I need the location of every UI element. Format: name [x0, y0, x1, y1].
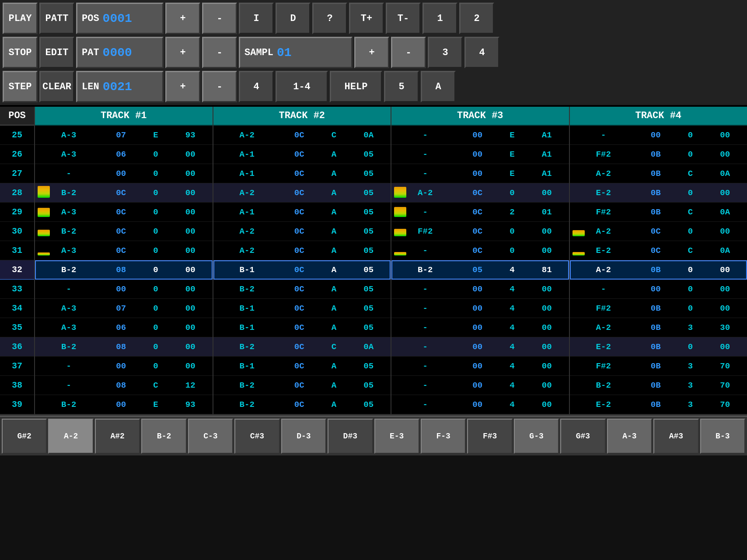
note-cell: E-2: [572, 400, 635, 410]
table-row: F#20B000: [570, 145, 747, 164]
vel-cell: 06: [101, 150, 140, 159]
vel-cell: 00: [458, 361, 497, 371]
vel-cell: 0C: [280, 342, 319, 352]
q-button[interactable]: ?: [312, 3, 347, 34]
piano-key[interactable]: F#3: [467, 419, 512, 454]
piano-key[interactable]: G#2: [2, 419, 47, 454]
table-row: -00400: [391, 299, 569, 318]
toolbar-row-3: STEP CLEAR LEN 0021 + - 4 1-4 HELP 5 A: [0, 70, 747, 107]
piano-key[interactable]: D#3: [328, 419, 373, 454]
pat-minus-button[interactable]: -: [202, 37, 237, 68]
cmd-cell: 3: [677, 400, 704, 410]
table-row: A-20C000: [391, 183, 569, 203]
piano-key[interactable]: G-3: [514, 419, 559, 454]
len-display: LEN 0021: [76, 71, 164, 102]
note-cell: A-3: [38, 246, 100, 256]
piano-key[interactable]: A#2: [95, 419, 140, 454]
note-cell: -: [394, 150, 456, 159]
n3-button[interactable]: 3: [428, 37, 463, 68]
note-cell: B-2: [38, 227, 100, 236]
val-cell: 05: [349, 246, 388, 256]
cmd-cell: 0: [142, 188, 169, 198]
piano-key[interactable]: G#3: [560, 419, 605, 454]
piano-key[interactable]: F-3: [421, 419, 466, 454]
note-cell: -: [394, 323, 456, 332]
val-cell: 70: [705, 381, 744, 390]
pat-plus-button[interactable]: +: [165, 37, 200, 68]
range-button[interactable]: 1-4: [276, 71, 328, 102]
val-cell: 05: [349, 207, 388, 217]
pos-plus-button[interactable]: +: [165, 3, 200, 34]
val-cell: 00: [705, 130, 744, 140]
note-cell: F#2: [572, 304, 635, 313]
piano-key[interactable]: D-3: [281, 419, 326, 454]
tplus-button[interactable]: T+: [349, 3, 384, 34]
edit-button[interactable]: EDIT: [39, 37, 74, 68]
n2-button[interactable]: 2: [459, 3, 494, 34]
piano-key[interactable]: E-3: [374, 419, 419, 454]
sampl-minus-button[interactable]: -: [391, 37, 426, 68]
nA-button[interactable]: A: [421, 71, 456, 102]
val-cell: 00: [705, 227, 744, 236]
d-button[interactable]: D: [276, 3, 311, 34]
n4b-button[interactable]: 4: [239, 71, 274, 102]
note-cell: -: [394, 284, 456, 294]
table-row: A-20CA05: [213, 222, 391, 241]
help-button[interactable]: HELP: [330, 71, 382, 102]
vel-cell: 0C: [280, 381, 319, 390]
piano-bar: G#2A-2A#2B-2C-3C#3D-3D#3E-3F-3F#3G-3G#3A…: [0, 416, 747, 455]
piano-key[interactable]: C-3: [188, 419, 233, 454]
piano-key[interactable]: A-2: [48, 419, 93, 454]
cmd-cell: 0: [677, 284, 704, 294]
val-cell: 00: [527, 381, 566, 390]
note-cell: F#2: [394, 227, 456, 236]
note-cell: E-2: [572, 188, 635, 198]
table-row: B-208000: [35, 337, 213, 357]
piano-key[interactable]: B-3: [700, 419, 745, 454]
cmd-cell: 4: [499, 265, 526, 275]
tminus-button[interactable]: T-: [386, 3, 421, 34]
cmd-cell: A: [321, 150, 348, 159]
patt-button[interactable]: PATT: [39, 3, 74, 34]
sampl-plus-button[interactable]: +: [354, 37, 389, 68]
piano-key[interactable]: A-3: [607, 419, 652, 454]
note-cell: B-2: [38, 265, 100, 275]
cmd-cell: 0: [677, 265, 704, 275]
table-row: B-20CA05: [213, 280, 391, 299]
val-cell: 05: [349, 284, 388, 294]
cmd-cell: 0: [142, 227, 169, 236]
piano-key[interactable]: A#3: [653, 419, 698, 454]
len-plus-button[interactable]: +: [165, 71, 200, 102]
table-row: A-307E93: [35, 126, 213, 145]
stop-button[interactable]: STOP: [3, 37, 38, 68]
cmd-cell: C: [677, 246, 704, 256]
vel-cell: 00: [458, 130, 497, 140]
n4-button[interactable]: 4: [464, 37, 499, 68]
table-row: A-10CA05: [213, 203, 391, 222]
note-cell: A-2: [216, 227, 278, 236]
val-cell: 05: [349, 169, 388, 178]
play-button[interactable]: PLAY: [3, 3, 38, 34]
piano-key[interactable]: B-2: [141, 419, 186, 454]
note-cell: A-2: [572, 323, 635, 332]
len-minus-button[interactable]: -: [202, 71, 237, 102]
pos-minus-button[interactable]: -: [202, 3, 237, 34]
note-cell: B-2: [38, 400, 100, 410]
track-header-2: TRACK #2: [213, 107, 391, 126]
vel-cell: 0B: [636, 323, 675, 332]
track-header-1: TRACK #1: [35, 107, 213, 126]
val-cell: 00: [527, 323, 566, 332]
table-row: B-20CC0A: [213, 337, 391, 357]
clear-button[interactable]: CLEAR: [39, 71, 74, 102]
step-button[interactable]: STEP: [3, 71, 38, 102]
vel-cell: 0C: [636, 227, 675, 236]
piano-key[interactable]: C#3: [234, 419, 279, 454]
note-cell: A-2: [216, 246, 278, 256]
tracker-row: 26: [0, 145, 34, 164]
i-button[interactable]: I: [239, 3, 274, 34]
table-row: B-10CA05: [213, 318, 391, 337]
n5-button[interactable]: 5: [384, 71, 419, 102]
note-cell: A-1: [216, 169, 278, 178]
n1-button[interactable]: 1: [422, 3, 457, 34]
cmd-cell: 0: [142, 304, 169, 313]
